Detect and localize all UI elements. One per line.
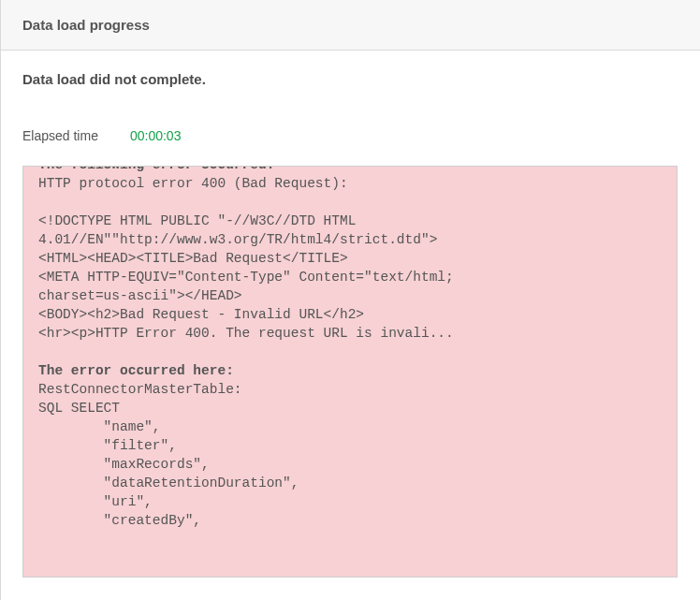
error-block: The following error occurred: HTTP proto… (23, 167, 677, 577)
error-body-1: HTTP protocol error 400 (Bad Request): <… (38, 176, 454, 341)
dialog-title: Data load progress (22, 17, 678, 33)
dialog-header: Data load progress (0, 0, 700, 51)
status-message: Data load did not complete. (22, 71, 678, 87)
log-panel: The following error occurred: HTTP proto… (22, 166, 678, 578)
elapsed-row: Elapsed time 00:00:03 (22, 128, 678, 143)
error-body-2: RestConnectorMasterTable: SQL SELECT "na… (38, 382, 299, 528)
dialog-body: Data load did not complete. Elapsed time… (0, 51, 700, 578)
error-heading-2: The error occurred here: (38, 363, 234, 378)
dialog-container: Data load progress Data load did not com… (0, 0, 700, 600)
log-scroll-area[interactable]: The following error occurred: HTTP proto… (23, 167, 677, 577)
left-divider (0, 0, 1, 600)
error-heading-1: The following error occurred: (38, 167, 274, 172)
elapsed-label: Elapsed time (22, 128, 98, 143)
elapsed-value: 00:00:03 (130, 128, 182, 143)
